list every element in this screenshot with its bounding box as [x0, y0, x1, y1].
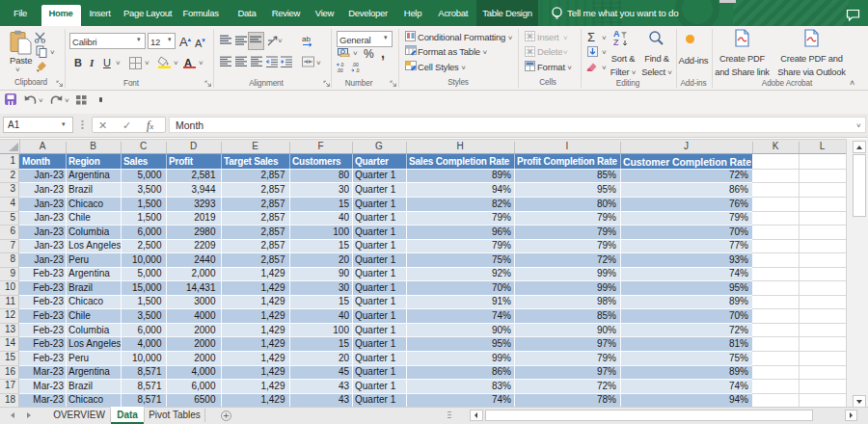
svg-text:Z: Z [613, 38, 619, 47]
svg-text:.00: .00 [337, 68, 343, 73]
svg-text:.0: .0 [340, 63, 344, 67]
svg-text:.00: .00 [352, 63, 359, 67]
svg-text:ab: ab [302, 35, 311, 43]
svg-text:.0: .0 [356, 68, 360, 73]
